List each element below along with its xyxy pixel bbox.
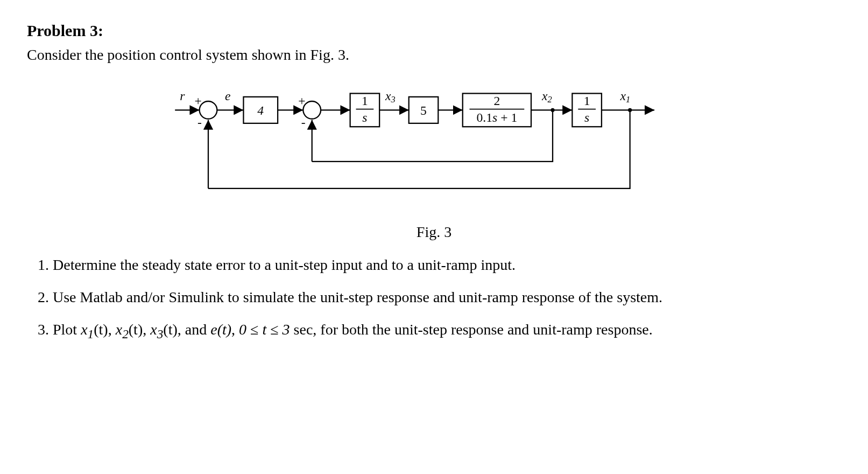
block-diagram: r + - e 4 + - 1 s x3 5 2 0.1s + 1 (27, 74, 841, 218)
question-3: Plot x1(t), x2(t), x3(t), and e(t), 0 ≤ … (53, 319, 841, 343)
figure-caption: Fig. 3 (27, 224, 841, 241)
signal-x2-label: x2 (541, 89, 552, 104)
sum2-plus: + (298, 94, 305, 108)
question-1: Determine the steady state error to a un… (53, 255, 841, 275)
gain-block-4-label: 4 (257, 103, 264, 117)
signal-e-label: e (224, 89, 230, 103)
question-list: Determine the steady state error to a un… (27, 255, 841, 343)
integrator2-den: s (584, 110, 589, 124)
signal-x1-label: x1 (619, 89, 630, 104)
sum2-minus: - (301, 115, 305, 129)
summing-junction-1 (199, 101, 217, 119)
integrator2-num: 1 (583, 94, 590, 108)
transfer-den: 0.1s + 1 (476, 110, 517, 124)
sum1-plus: + (194, 94, 201, 108)
integrator1-den: s (362, 110, 367, 124)
intro-text: Consider the position control system sho… (27, 46, 841, 64)
question-2: Use Matlab and/or Simulink to simulate t… (53, 287, 841, 308)
integrator1-num: 1 (362, 94, 368, 108)
sum1-minus: - (197, 115, 202, 129)
transfer-num: 2 (493, 94, 500, 108)
summing-junction-2 (303, 101, 321, 119)
problem-title: Problem 3: (27, 22, 841, 40)
signal-r-label: r (180, 89, 185, 103)
signal-x3-label: x3 (385, 89, 396, 104)
gain-block-5-label: 5 (420, 103, 427, 117)
